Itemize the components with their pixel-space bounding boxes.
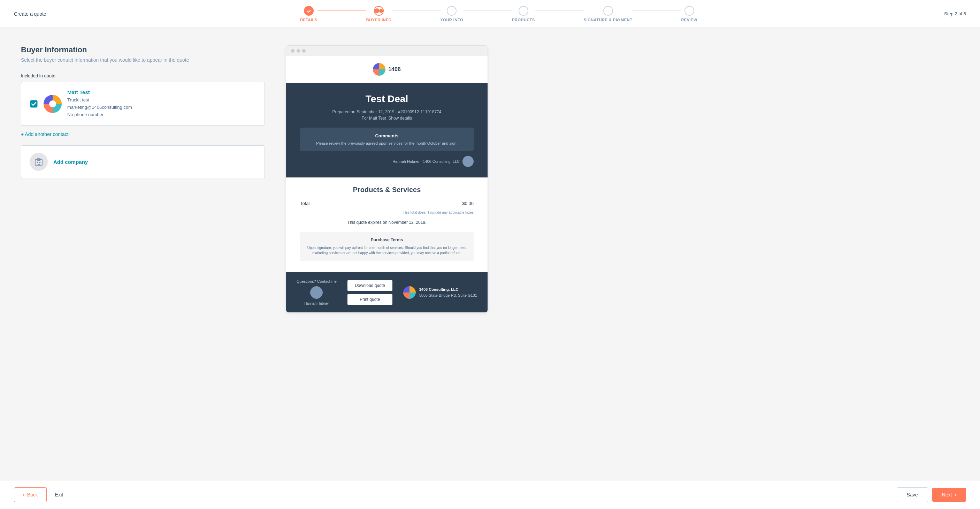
bottom-left: ‹ Back Exit xyxy=(14,487,63,502)
footer-company-name: 1406 Consulting, LLC xyxy=(419,287,477,292)
step-buyer-info: BUYER INFO xyxy=(366,6,392,22)
quote-comments-text: Please review the previously agreed upon… xyxy=(307,141,467,145)
download-quote-button[interactable]: Download quote xyxy=(347,280,392,291)
step-circle-details xyxy=(304,6,313,16)
step-circle-buyer-info xyxy=(374,6,384,16)
print-quote-button[interactable]: Print quote xyxy=(347,294,392,305)
contact-card: Matt Test Truckit test marketing@1406con… xyxy=(21,82,265,126)
top-bar: Create a quote DETAILS BUYER INFO YOUR I… xyxy=(0,0,980,28)
purchase-terms-text: Upon signature, you will pay upfront for… xyxy=(307,245,467,255)
logo-circle xyxy=(373,63,385,76)
section-title: Buyer Information xyxy=(21,45,265,54)
products-title: Products & Services xyxy=(300,186,474,194)
step-label-buyer-info: BUYER INFO xyxy=(366,18,392,22)
logo-text: 1406 xyxy=(388,66,401,72)
back-label: Back xyxy=(27,492,38,498)
main-content: Buyer Information Select the buyer conta… xyxy=(0,28,980,480)
step-label-details: DETAILS xyxy=(300,18,318,22)
bottom-right: Save Next › xyxy=(897,487,966,502)
quote-sender: Hannah Hubner · 1406 Consulting, LLC xyxy=(300,156,474,167)
right-panel: 1406 Test Deal Prepared on September 12,… xyxy=(286,45,488,463)
purchase-terms-title: Purchase Terms xyxy=(307,238,467,242)
contact-phone: No phone number xyxy=(67,111,256,118)
quote-dark-section: Test Deal Prepared on September 12, 2019… xyxy=(286,83,488,177)
show-details-link[interactable]: Show details xyxy=(388,116,412,121)
svg-rect-4 xyxy=(39,162,40,163)
next-chevron-icon: › xyxy=(955,492,956,498)
step-circle-review xyxy=(684,6,694,16)
quote-footer: Questions? Contact me Hannah Hubner Down… xyxy=(286,272,488,313)
quote-products-section: Products & Services Total $0.00 This tot… xyxy=(286,177,488,272)
add-company-text[interactable]: Add company xyxy=(53,159,88,165)
total-label: Total xyxy=(300,201,309,206)
bottom-bar: ‹ Back Exit Save Next › xyxy=(0,480,980,509)
quote-for-line: For Matt Test Show details xyxy=(300,116,474,121)
back-button[interactable]: ‹ Back xyxy=(14,487,47,502)
section-subtitle: Select the buyer contact information tha… xyxy=(21,57,265,63)
footer-right: 1406 Consulting, LLC 5805 State Bridge R… xyxy=(403,286,477,299)
total-note: This total doesn't include any applicabl… xyxy=(300,211,474,214)
step-circle-signature xyxy=(603,6,613,16)
contact-email: marketing@1406consulting.com xyxy=(67,104,256,111)
quote-header: 1406 xyxy=(286,56,488,83)
sender-avatar xyxy=(463,156,474,167)
footer-avatar xyxy=(310,286,323,299)
browser-bar xyxy=(286,46,488,56)
connector-4 xyxy=(535,10,584,10)
total-row: Total $0.00 xyxy=(300,201,474,209)
connector-5 xyxy=(632,10,681,10)
exit-button[interactable]: Exit xyxy=(55,492,63,498)
contact-company: Truckit test xyxy=(67,97,256,104)
quote-logo: 1406 xyxy=(373,63,401,76)
step-review: REVIEW xyxy=(681,6,697,22)
footer-buttons: Download quote Print quote xyxy=(347,280,392,305)
save-button[interactable]: Save xyxy=(897,487,928,502)
svg-rect-5 xyxy=(38,164,40,165)
step-label-review: REVIEW xyxy=(681,18,697,22)
quote-sender-text: Hannah Hubner · 1406 Consulting, LLC xyxy=(392,159,460,163)
footer-contact-label: Questions? Contact me xyxy=(297,279,337,284)
step-circle-products xyxy=(519,6,528,16)
included-label: Included in quote xyxy=(21,73,265,78)
contact-info: Matt Test Truckit test marketing@1406con… xyxy=(67,89,256,118)
purchase-terms-box: Purchase Terms Upon signature, you will … xyxy=(300,232,474,261)
quote-comments-box: Comments Please review the previously ag… xyxy=(300,128,474,151)
left-panel: Buyer Information Select the buyer conta… xyxy=(21,45,265,463)
total-amount: $0.00 xyxy=(462,201,474,206)
svg-rect-3 xyxy=(37,162,38,163)
step-circle-your-info xyxy=(447,6,457,16)
footer-left: Questions? Contact me Hannah Hubner xyxy=(297,279,337,305)
connector-1 xyxy=(318,10,366,10)
quote-preview: 1406 Test Deal Prepared on September 12,… xyxy=(286,45,488,313)
back-chevron-icon: ‹ xyxy=(23,492,24,498)
quote-comments-title: Comments xyxy=(307,133,467,139)
footer-logo-icon xyxy=(403,286,416,299)
step-signature-payment: SIGNATURE & PAYMENT xyxy=(584,6,632,22)
step-number: Step 2 of 6 xyxy=(944,11,966,16)
browser-dot-1 xyxy=(291,49,294,53)
browser-dot-3 xyxy=(302,49,305,53)
next-button[interactable]: Next › xyxy=(932,488,966,502)
next-label: Next xyxy=(942,492,952,498)
footer-company-info: 1406 Consulting, LLC 5805 State Bridge R… xyxy=(419,287,477,298)
step-details: DETAILS xyxy=(300,6,318,22)
stepper: DETAILS BUYER INFO YOUR INFO PRODUCTS SI… xyxy=(67,6,930,22)
contact-avatar xyxy=(44,95,62,113)
company-card[interactable]: Add company xyxy=(21,145,265,178)
connector-2 xyxy=(392,10,441,10)
add-contact-link[interactable]: + Add another contact xyxy=(21,131,68,137)
company-icon xyxy=(30,153,48,171)
step-label-your-info: YOUR INFO xyxy=(441,18,463,22)
expiry-text: This quote expires on November 12, 2019. xyxy=(300,220,474,225)
contact-name: Matt Test xyxy=(67,89,256,95)
footer-company-address: 5805 State Bridge Rd, Suite G131 xyxy=(419,292,477,298)
contact-checkbox[interactable] xyxy=(30,100,38,108)
quote-deal-title: Test Deal xyxy=(300,93,474,105)
footer-person-name: Hannah Hubner xyxy=(304,302,329,305)
connector-3 xyxy=(463,10,512,10)
create-quote-label: Create a quote xyxy=(14,11,46,17)
step-your-info: YOUR INFO xyxy=(441,6,463,22)
quote-prepared-line: Prepared on September 12, 2019 - #201909… xyxy=(300,110,474,114)
step-label-products: PRODUCTS xyxy=(512,18,535,22)
browser-dot-2 xyxy=(297,49,300,53)
